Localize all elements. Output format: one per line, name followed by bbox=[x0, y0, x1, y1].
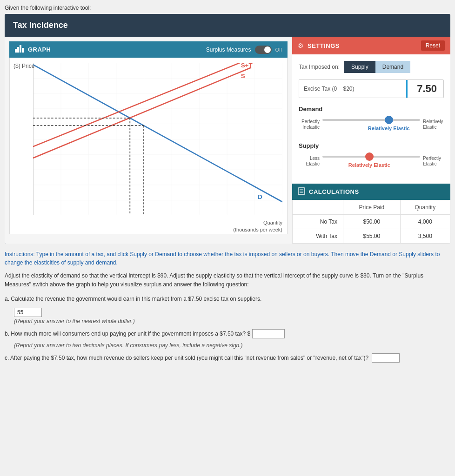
calc-table: Price Paid Quantity No Tax $50.00 4,000 … bbox=[292, 200, 450, 244]
svg-rect-0 bbox=[15, 49, 17, 53]
demand-slider-section: Demand PerfectlyInelastic Relatively Ela… bbox=[299, 106, 444, 134]
question-c: c. After paying the $7.50 tax, how much … bbox=[5, 353, 450, 363]
tax-imposed-label: Tax Imposed on: bbox=[299, 64, 340, 70]
calc-header: CALCULATIONS bbox=[292, 184, 450, 200]
y-axis-label: ($) Price bbox=[13, 63, 34, 69]
tax-imposed-row: Tax Imposed on: Supply Demand bbox=[299, 61, 444, 73]
calc-title: CALCULATIONS bbox=[309, 188, 359, 195]
supply-tax-button[interactable]: Supply bbox=[344, 61, 375, 73]
supply-slider-value-label: Relatively Elastic bbox=[348, 162, 390, 168]
table-row: No Tax $50.00 4,000 bbox=[293, 215, 450, 229]
no-tax-price: $50.00 bbox=[343, 215, 400, 229]
svg-rect-2 bbox=[20, 45, 21, 53]
supply-left-label: LessElastic bbox=[299, 156, 320, 167]
left-panel: GRAPH Surplus Measures Off ($) Price bbox=[5, 37, 292, 244]
question-b: b. How much more will consumers end up p… bbox=[5, 329, 450, 338]
answer-a-input[interactable] bbox=[14, 308, 42, 317]
demand-left-label: PerfectlyInelastic bbox=[299, 119, 320, 130]
answer-b-note: (Report your answer to two decimals plac… bbox=[14, 342, 450, 349]
settings-body: Tax Imposed on: Supply Demand Excise Tax… bbox=[292, 54, 450, 184]
settings-title: SETTINGS bbox=[308, 42, 340, 49]
calc-col2-header: Price Paid bbox=[343, 200, 400, 215]
svg-text:S+T: S+T bbox=[241, 63, 253, 69]
graph-bar-icon bbox=[15, 45, 24, 54]
demand-slider-thumb[interactable] bbox=[385, 116, 393, 124]
supply-section-title: Supply bbox=[299, 142, 444, 149]
demand-tax-button[interactable]: Demand bbox=[375, 61, 410, 73]
x-axis-label: Quantity(thousands per week) bbox=[233, 219, 282, 233]
table-row: With Tax $55.00 3,500 bbox=[293, 229, 450, 244]
demand-section-title: Demand bbox=[299, 106, 444, 112]
question-a: a. Calculate the revenue the government … bbox=[5, 295, 450, 304]
calc-col3-header: Quantity bbox=[400, 200, 450, 215]
instructions-section: Instructions: Type in the amount of a ta… bbox=[5, 250, 450, 363]
supply-slider-row: LessElastic Relatively Elastic Perfectly… bbox=[299, 152, 444, 171]
supply-slider-section: Supply LessElastic Relatively Elastic Pe… bbox=[299, 142, 444, 171]
tool-container: Tax Incidence GRAPH Surplus Measures bbox=[5, 14, 450, 244]
demand-slider-track bbox=[322, 119, 420, 121]
demand-slider-wrapper[interactable]: Relatively Elastic bbox=[322, 115, 420, 134]
supply-right-label: PerfectlyElastic bbox=[423, 156, 444, 167]
gear-icon: ⚙ bbox=[298, 42, 304, 49]
answer-c-input[interactable] bbox=[372, 353, 400, 363]
excise-tax-label: Excise Tax (0 – $20) bbox=[299, 82, 359, 96]
no-tax-label: No Tax bbox=[293, 215, 343, 229]
svg-text:D: D bbox=[257, 193, 262, 200]
supply-slider-wrapper[interactable]: Relatively Elastic bbox=[322, 152, 420, 171]
toggle-switch[interactable] bbox=[255, 46, 272, 54]
supply-slider-thumb[interactable] bbox=[365, 152, 374, 161]
with-tax-qty: 3,500 bbox=[400, 229, 450, 244]
surplus-measures-label: Surplus Measures bbox=[206, 46, 251, 53]
toggle-state-label: Off bbox=[275, 47, 282, 53]
excise-tax-row: Excise Tax (0 – $20) 7.50 bbox=[299, 79, 444, 98]
graph-header: GRAPH Surplus Measures Off bbox=[9, 41, 288, 58]
excise-tax-value[interactable]: 7.50 bbox=[406, 80, 443, 98]
body-text: Adjust the elasticity of demand so that … bbox=[5, 271, 450, 289]
demand-slider-row: PerfectlyInelastic Relatively Elastic Re… bbox=[299, 115, 444, 134]
reset-button[interactable]: Reset bbox=[421, 40, 445, 51]
surplus-measures-control[interactable]: Surplus Measures Off bbox=[206, 46, 282, 54]
right-panel: ⚙ SETTINGS Reset Tax Imposed on: Supply … bbox=[292, 37, 450, 244]
instructions-text: Instructions: Type in the amount of a ta… bbox=[5, 250, 450, 267]
graph-svg: 90 80 70 60 50 40 30 20 10 0 1.0 2.0 3.0… bbox=[33, 63, 282, 215]
calc-col1-header bbox=[293, 200, 343, 215]
demand-slider-value-label: Relatively Elastic bbox=[368, 126, 410, 131]
svg-rect-3 bbox=[22, 48, 24, 53]
toggle-knob bbox=[264, 46, 271, 53]
no-tax-qty: 4,000 bbox=[400, 215, 450, 229]
outer-label: Given the following interactive tool: bbox=[5, 5, 450, 11]
tax-btn-group: Supply Demand bbox=[344, 61, 410, 73]
graph-area: ($) Price 90 80 70 6 bbox=[9, 58, 288, 234]
calc-icon bbox=[298, 187, 305, 196]
svg-rect-1 bbox=[17, 47, 19, 53]
answer-a-note: (Report your answer to the nearest whole… bbox=[14, 318, 450, 324]
svg-text:S: S bbox=[241, 73, 245, 79]
with-tax-price: $55.00 bbox=[343, 229, 400, 244]
settings-header: ⚙ SETTINGS Reset bbox=[292, 37, 450, 54]
demand-right-label: RelativelyElastic bbox=[423, 119, 444, 130]
tool-title: Tax Incidence bbox=[5, 14, 450, 37]
graph-title: GRAPH bbox=[28, 46, 51, 53]
with-tax-label: With Tax bbox=[293, 229, 343, 244]
answer-b-input[interactable] bbox=[252, 329, 285, 338]
